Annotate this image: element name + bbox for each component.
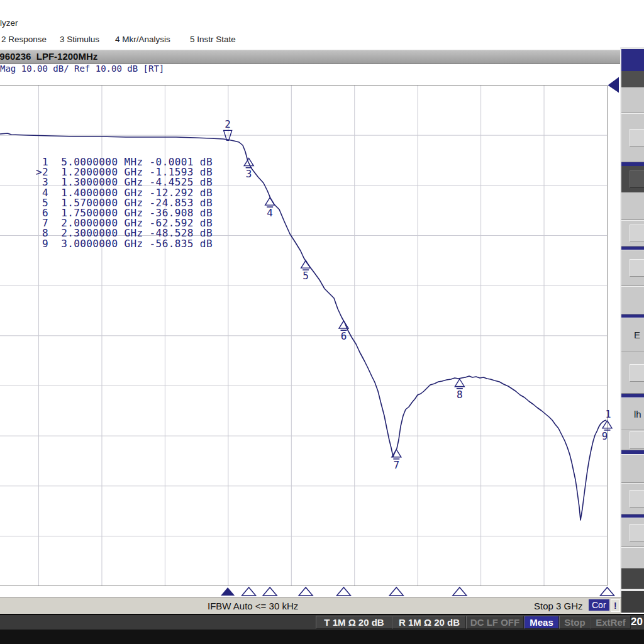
softkey-button-17[interactable] xyxy=(621,430,644,450)
menu-item-4-mkr-analysis[interactable]: 4 Mkr/Analysis xyxy=(115,35,170,46)
svg-text:6: 6 xyxy=(341,330,347,342)
window-title: lyzer xyxy=(0,18,18,29)
softkey-button-16[interactable]: lh xyxy=(621,397,644,430)
menu-item-3-stimulus[interactable]: 3 Stimulus xyxy=(60,35,99,46)
menu-item-5-instr-state[interactable]: 5 Instr State xyxy=(190,35,236,46)
softkey-footer-block-26 xyxy=(621,591,644,613)
channel-title: 2960236 LPF-1200MHz xyxy=(0,51,97,62)
softkey-value-box xyxy=(630,490,644,508)
stop-frequency-readout: Stop 3 GHz xyxy=(534,601,583,611)
status-segment-t-1m-20-db[interactable]: T 1M Ω 20 dB xyxy=(316,616,392,629)
softkey-button-10[interactable] xyxy=(621,250,644,286)
trace-number-label: 1 xyxy=(605,409,611,420)
softkey-button-pressed-2[interactable] xyxy=(621,71,644,87)
alert-badge: ! xyxy=(611,599,620,612)
status-segment-dc-lf-off[interactable]: DC LF OFF xyxy=(466,616,524,629)
softkey-label: lh xyxy=(634,408,641,419)
softkey-button-19[interactable] xyxy=(621,454,644,483)
svg-text:2: 2 xyxy=(225,118,231,130)
marker-readout-table: 1 5.0000000 MHz -0.0001 dB >2 1.2000000 … xyxy=(36,157,213,249)
status-segment-meas[interactable]: Meas xyxy=(524,616,559,629)
softkey-button-13[interactable]: E xyxy=(621,318,644,352)
stimulus-marker-triangle-9[interactable] xyxy=(601,587,614,596)
status-segment-r-1m-20-db[interactable]: R 1M Ω 20 dB xyxy=(392,616,466,629)
trace-marker-8[interactable]: 8 xyxy=(455,379,464,401)
trace-scale-header: Mag 10.00 dB/ Ref 10.00 dB [RT] xyxy=(0,64,164,75)
stimulus-marker-triangle-6[interactable] xyxy=(337,587,351,596)
softkey-button-3[interactable] xyxy=(621,87,644,113)
ifbw-readout: IFBW Auto <= 30 kHz xyxy=(208,601,298,611)
softkey-button-20[interactable] xyxy=(621,483,644,514)
softkey-label: E xyxy=(634,330,640,340)
softkey-value-box xyxy=(630,129,644,147)
stimulus-marker-triangle-2[interactable] xyxy=(221,587,235,596)
analyzer-screen: lyzer 2 Response3 Stimulus4 Mkr/Analysis… xyxy=(0,0,644,644)
softkey-value-box xyxy=(630,225,644,242)
softkey-value-box xyxy=(630,431,644,449)
reference-level-indicator-icon[interactable] xyxy=(608,77,619,93)
stimulus-marker-triangle-4[interactable] xyxy=(263,587,277,596)
softkey-button-22[interactable] xyxy=(621,518,644,547)
screen-footer xyxy=(0,630,644,644)
softkey-button-8[interactable] xyxy=(621,220,644,247)
status-segment-20: 20 xyxy=(631,616,644,628)
stimulus-marker-triangle-8[interactable] xyxy=(453,587,467,596)
softkey-group-header-1 xyxy=(621,49,644,71)
svg-text:5: 5 xyxy=(303,270,309,282)
trace-marker-7[interactable]: 7 xyxy=(392,450,401,471)
softkey-column: Elh xyxy=(620,47,644,613)
softkey-button-23[interactable] xyxy=(621,547,644,569)
svg-text:3: 3 xyxy=(246,168,252,180)
softkey-button-14[interactable] xyxy=(621,352,644,394)
graticule-plot: 123456789 xyxy=(0,75,621,597)
softkey-button-pressed-6[interactable] xyxy=(621,166,644,192)
softkey-button-11[interactable] xyxy=(621,286,644,314)
trace-marker-6[interactable]: 6 xyxy=(339,321,348,342)
trace-marker-9[interactable]: 9 xyxy=(602,421,612,442)
softkey-value-box xyxy=(630,364,644,382)
trace-marker-5[interactable]: 5 xyxy=(301,260,311,282)
channel-title-bar: 2960236 LPF-1200MHz xyxy=(0,50,621,64)
svg-text:8: 8 xyxy=(457,389,463,401)
status-segment-stop[interactable]: Stop xyxy=(559,616,591,629)
status-segment-extref[interactable]: ExtRef xyxy=(591,616,631,629)
svg-text:7: 7 xyxy=(393,459,399,471)
svg-text:9: 9 xyxy=(602,430,608,442)
softkey-value-box xyxy=(630,259,644,277)
trace-marker-2[interactable]: 2 xyxy=(224,118,232,140)
softkey-button-4[interactable] xyxy=(621,113,644,162)
stimulus-marker-triangle-3[interactable] xyxy=(242,587,256,596)
instrument-status-bar: T 1M Ω 20 dBR 1M Ω 20 dBDC LF OFFMeasSto… xyxy=(0,614,644,630)
stimulus-marker-triangle-7[interactable] xyxy=(389,587,403,596)
softkey-button-7[interactable] xyxy=(621,192,644,220)
softkey-value-box xyxy=(630,524,644,541)
trace-marker-4[interactable]: 4 xyxy=(265,197,275,219)
stimulus-marker-triangle-5[interactable] xyxy=(299,587,313,596)
sweep-status-bar: IFBW Auto <= 30 kHz Stop 3 GHz Cor ! xyxy=(0,597,621,614)
softkey-value-box xyxy=(630,170,644,188)
softkey-footer-block-24 xyxy=(621,569,644,589)
menu-item-2-response[interactable]: 2 Response xyxy=(1,35,47,46)
svg-text:4: 4 xyxy=(267,207,273,219)
correction-on-badge: Cor xyxy=(589,599,609,611)
